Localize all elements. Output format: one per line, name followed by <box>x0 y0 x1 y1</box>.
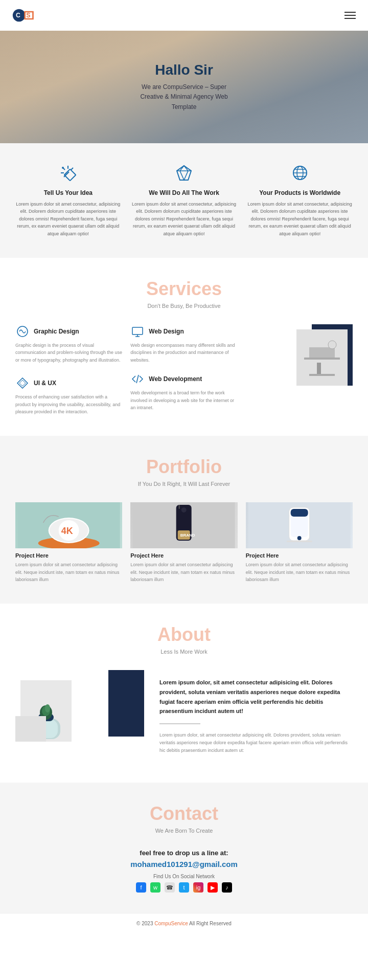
service-webdev-title: Web Development <box>130 372 237 386</box>
portfolio-title-block: Portfolio <box>15 456 353 478</box>
feature-idea-title: Tell Us Your Idea <box>15 189 121 196</box>
contact-subtitle: We Are Born To Create <box>15 828 353 834</box>
service-ui-title: UI & UX <box>15 376 122 390</box>
contact-tagline: feel free to drop us a line at: <box>15 849 353 857</box>
svg-point-9 <box>62 167 64 169</box>
logo[interactable]: C S <box>12 6 35 25</box>
svg-point-39 <box>181 507 187 513</box>
tiktok-icon[interactable]: ♪ <box>222 882 232 893</box>
features-grid: Tell Us Your Idea Lorem ipsum dolor sit … <box>15 164 353 237</box>
svg-marker-20 <box>19 380 26 386</box>
portfolio-item-2-desc: Lorem ipsum dolor sit amet consectetur a… <box>130 561 237 583</box>
code-icon <box>130 372 145 386</box>
services-left-col: Graphic Design Graphic design is the pro… <box>15 324 122 415</box>
about-subtitle: Less Is More Work <box>15 649 353 655</box>
services-image <box>246 324 353 406</box>
service-ui-ux: UI & UX Process of enhancing user satisf… <box>15 376 122 415</box>
footer-copyright: © 2023 CompuService All Right Reserved <box>136 921 232 926</box>
portfolio-item-1-desc: Lorem ipsum dolor sit amet consectetur a… <box>15 561 122 583</box>
portfolio-subtitle: If You Do It Right, It Will Last Forever <box>15 481 353 487</box>
magic-icon <box>58 164 78 184</box>
portfolio-img-3 <box>246 502 353 548</box>
portfolio-item-2: BRAND Project Here Lorem ipsum dolor sit… <box>130 502 237 583</box>
services-title: Services <box>15 278 353 300</box>
portfolio-item-3-title: Project Here <box>246 552 353 559</box>
feature-idea-desc: Lorem ipsum dolor sit amet consectetur, … <box>15 201 121 237</box>
header: C S <box>0 0 368 31</box>
svg-point-29 <box>328 341 336 349</box>
portfolio-item-3: Project Here Lorem ipsum dolor sit amet … <box>246 502 353 583</box>
ui-icon <box>15 376 30 390</box>
svg-rect-21 <box>132 327 143 335</box>
about-bottom-block <box>15 716 46 742</box>
svg-point-46 <box>297 536 301 540</box>
svg-rect-25 <box>304 358 340 360</box>
facebook-icon[interactable]: f <box>136 882 146 893</box>
svg-rect-47 <box>286 541 312 542</box>
svg-rect-45 <box>290 509 308 517</box>
about-title: About <box>15 624 353 645</box>
service-web-design: Web Design Web design encompasses many d… <box>130 324 237 364</box>
svg-marker-19 <box>17 378 28 388</box>
about-divider <box>159 723 200 724</box>
svg-text:4K: 4K <box>61 526 73 536</box>
portfolio-item-1: 4K Project Here Lorem ipsum dolor sit am… <box>15 502 122 583</box>
portfolio-img-1: 4K <box>15 502 122 548</box>
about-section: About Less Is More Work Lorem ipsum dolo… <box>0 604 368 783</box>
svg-rect-38 <box>179 505 180 509</box>
portfolio-item-3-desc: Lorem ipsum dolor sit amet consectetur a… <box>246 561 353 583</box>
svg-line-24 <box>136 375 139 383</box>
svg-text:C: C <box>16 12 20 19</box>
whatsapp-icon[interactable]: w <box>150 882 160 893</box>
service-webdesign-desc: Web design encompasses many different sk… <box>130 342 237 364</box>
svg-text:BRAND: BRAND <box>180 533 195 538</box>
service-webdev-desc: Web development is a broad term for the … <box>130 389 237 411</box>
youtube-icon[interactable]: ▶ <box>208 882 218 893</box>
portfolio-section: Portfolio If You Do It Right, It Will La… <box>0 436 368 604</box>
about-paragraph-1: Lorem ipsum dolor, sit amet consectetur … <box>159 678 353 716</box>
about-dark-block <box>108 670 144 737</box>
svg-rect-28 <box>309 374 335 376</box>
instagram-icon[interactable]: ig <box>193 882 203 893</box>
services-subtitle: Don't Be Busy, Be Productive <box>15 303 353 309</box>
hero-title: Hallo Sir <box>140 62 227 78</box>
service-webdesign-title: Web Design <box>130 324 237 339</box>
feature-work: We Will Do All The Work Lorem ipsum dolo… <box>131 164 237 237</box>
desk-image <box>296 329 348 386</box>
services-title-block: Services <box>15 278 353 300</box>
feature-work-title: We Will Do All The Work <box>131 189 237 196</box>
contact-email[interactable]: mohamed101291@gmail.com <box>15 860 353 868</box>
service-graphic-desc: Graphic design is the process of visual … <box>15 342 122 364</box>
feature-idea: Tell Us Your Idea Lorem ipsum dolor sit … <box>15 164 121 237</box>
portfolio-title: Portfolio <box>15 456 353 478</box>
portfolio-img-2: BRAND <box>130 502 237 548</box>
services-middle-col: Web Design Web design encompasses many d… <box>130 324 237 411</box>
portfolio-grid: 4K Project Here Lorem ipsum dolor sit am… <box>15 502 353 583</box>
hero-description: We are CompuService – SuperCreative & Mi… <box>140 82 227 112</box>
footer: © 2023 CompuService All Right Reserved <box>0 913 368 933</box>
feature-worldwide-title: Your Products is Worldwide <box>247 189 353 196</box>
feature-work-desc: Lorem ipsum dolor sit amet consectetur, … <box>131 201 237 237</box>
svg-point-53 <box>45 704 50 712</box>
phone-icon[interactable]: ☎ <box>165 882 175 893</box>
graphic-icon <box>15 324 30 339</box>
contact-title: Contact <box>15 803 353 825</box>
twitter-icon[interactable]: t <box>179 882 189 893</box>
contact-title-block: Contact <box>15 803 353 825</box>
svg-line-6 <box>71 168 73 170</box>
feature-worldwide-desc: Lorem ipsum dolor sit amet consectetur, … <box>247 201 353 237</box>
hamburger-menu[interactable] <box>344 12 356 19</box>
service-graphic-design: Graphic Design Graphic design is the pro… <box>15 324 122 364</box>
social-icons-row: f w ☎ t ig ▶ ♪ <box>15 882 353 893</box>
diamond-icon <box>174 164 194 184</box>
monitor-icon <box>130 324 145 339</box>
svg-text:S: S <box>26 12 30 19</box>
globe-icon <box>290 164 310 184</box>
contact-section: Contact We Are Born To Create feel free … <box>0 783 368 913</box>
footer-brand: CompuService <box>154 921 188 926</box>
about-title-block: About <box>15 624 353 645</box>
service-web-dev: Web Development Web development is a bro… <box>130 372 237 411</box>
svg-rect-27 <box>317 363 321 375</box>
hero-section: Hallo Sir We are CompuService – SuperCre… <box>0 31 368 143</box>
service-graphic-title: Graphic Design <box>15 324 122 339</box>
